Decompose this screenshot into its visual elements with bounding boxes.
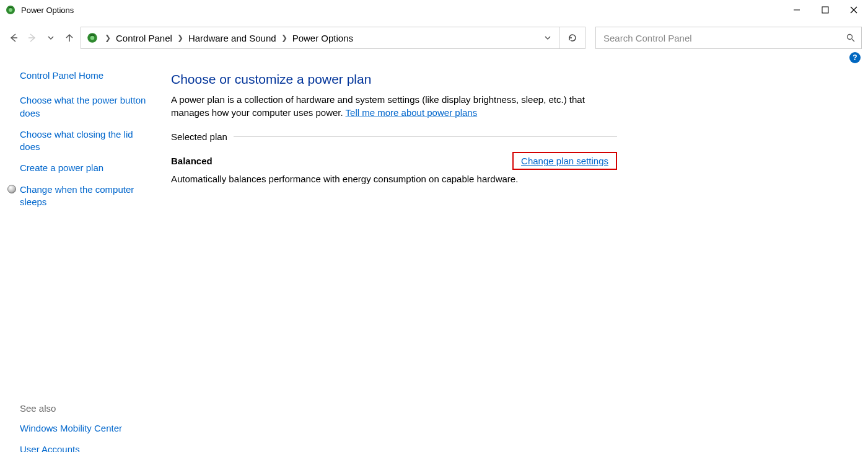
plan-row: Balanced Change plan settings bbox=[171, 156, 617, 170]
svg-rect-4 bbox=[822, 7, 828, 13]
sidebar-link-create-plan[interactable]: Create a power plan bbox=[20, 162, 151, 174]
up-button[interactable] bbox=[62, 30, 77, 45]
search-icon[interactable] bbox=[846, 33, 855, 42]
see-also-mobility-center[interactable]: Windows Mobility Center bbox=[20, 422, 151, 435]
sleep-icon bbox=[7, 185, 16, 193]
back-button[interactable] bbox=[6, 30, 21, 45]
sidebar-link-change-sleep[interactable]: Change when the computer sleeps bbox=[20, 184, 151, 209]
svg-point-11 bbox=[90, 36, 95, 40]
sidebar-link-label: Change when the computer sleeps bbox=[20, 184, 134, 207]
body: Control Panel Home Choose what the power… bbox=[0, 63, 868, 452]
minimize-button[interactable] bbox=[783, 0, 811, 20]
window-title: Power Options bbox=[21, 6, 74, 15]
sidebar: Control Panel Home Choose what the power… bbox=[6, 63, 159, 452]
see-also-user-accounts[interactable]: User Accounts bbox=[20, 443, 151, 452]
divider bbox=[234, 136, 617, 137]
plan-description: Automatically balances performance with … bbox=[171, 174, 617, 184]
sidebar-bottom: See also Windows Mobility Center User Ac… bbox=[20, 217, 151, 452]
sidebar-home-link[interactable]: Control Panel Home bbox=[20, 69, 151, 82]
close-button[interactable] bbox=[840, 0, 868, 20]
refresh-button[interactable] bbox=[559, 27, 585, 48]
titlebar: Power Options bbox=[0, 0, 868, 20]
forward-button[interactable] bbox=[25, 30, 40, 45]
tell-me-more-link[interactable]: Tell me more about power plans bbox=[346, 107, 478, 118]
address-bar[interactable]: ❯ Control Panel ❯ Hardware and Sound ❯ P… bbox=[81, 27, 585, 49]
chevron-right-icon[interactable]: ❯ bbox=[176, 33, 185, 42]
svg-point-12 bbox=[848, 35, 853, 40]
svg-line-13 bbox=[852, 39, 854, 42]
page-description: A power plan is a collection of hardware… bbox=[171, 93, 617, 119]
power-options-icon bbox=[5, 4, 16, 16]
page-heading: Choose or customize a power plan bbox=[171, 72, 617, 87]
help-row: ? bbox=[0, 50, 868, 63]
toolbar: ❯ Control Panel ❯ Hardware and Sound ❯ P… bbox=[0, 26, 868, 50]
chevron-right-icon[interactable]: ❯ bbox=[103, 33, 112, 42]
chevron-right-icon[interactable]: ❯ bbox=[280, 33, 289, 42]
power-options-icon bbox=[86, 32, 99, 44]
change-plan-settings-link[interactable]: Change plan settings bbox=[521, 156, 608, 166]
address-dropdown-button[interactable] bbox=[537, 27, 559, 48]
sidebar-link-power-button[interactable]: Choose what the power button does bbox=[20, 94, 151, 120]
svg-point-2 bbox=[9, 8, 12, 12]
recent-dropdown-button[interactable] bbox=[43, 30, 58, 45]
breadcrumb-item[interactable]: Power Options bbox=[289, 33, 357, 43]
breadcrumb-item[interactable]: Hardware and Sound bbox=[185, 33, 280, 43]
selected-plan-label: Selected plan bbox=[171, 131, 227, 142]
see-also-label: See also bbox=[20, 403, 151, 414]
window-controls bbox=[783, 0, 868, 20]
change-plan-highlight: Change plan settings bbox=[512, 152, 617, 170]
maximize-button[interactable] bbox=[811, 0, 840, 20]
search-box[interactable] bbox=[595, 27, 862, 49]
search-input[interactable] bbox=[602, 32, 846, 44]
selected-plan-section: Selected plan bbox=[171, 131, 617, 142]
main-content: Choose or customize a power plan A power… bbox=[159, 63, 617, 452]
breadcrumb-item[interactable]: Control Panel bbox=[112, 33, 176, 43]
help-icon[interactable]: ? bbox=[849, 52, 861, 63]
plan-name: Balanced bbox=[171, 156, 213, 166]
sidebar-link-closing-lid[interactable]: Choose what closing the lid does bbox=[20, 128, 151, 154]
